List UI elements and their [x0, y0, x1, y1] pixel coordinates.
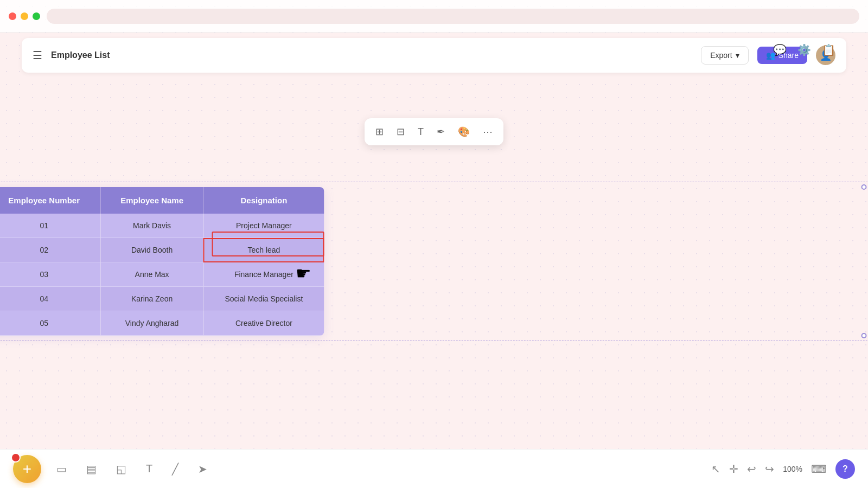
- rectangle-tool[interactable]: ▭: [52, 458, 71, 480]
- export-button[interactable]: Export ▾: [701, 46, 748, 65]
- col-header-designation: Designation: [203, 187, 324, 214]
- line-tool[interactable]: ╱: [168, 458, 183, 480]
- traffic-light-red[interactable]: [9, 12, 16, 20]
- cell-designation[interactable]: Social Media Specialist: [203, 287, 324, 311]
- cell-employee-name[interactable]: Mark Davis: [100, 214, 203, 238]
- arrow-tool[interactable]: ➤: [194, 458, 212, 480]
- cell-employee-number[interactable]: 05: [0, 311, 100, 336]
- header-right-icons: 💬 ⚙️ 📋: [773, 43, 835, 56]
- frame-tool[interactable]: ▤: [82, 458, 101, 480]
- cell-employee-number[interactable]: 03: [0, 262, 100, 287]
- help-button[interactable]: ?: [835, 459, 855, 479]
- add-button[interactable]: +: [13, 455, 41, 483]
- cursor-tool-icon[interactable]: ↖: [711, 463, 720, 476]
- table-row: 01Mark DavisProject Manager: [0, 214, 324, 238]
- bottom-right-tools: ↖ ✛ ↩ ↪ 100% ⌨ ?: [711, 459, 855, 479]
- canvas: Employee Number Employee Name Designatio…: [0, 84, 868, 445]
- cell-designation[interactable]: Project Manager: [203, 214, 324, 238]
- col-header-number: Employee Number: [0, 187, 100, 214]
- top-bar: [0, 0, 868, 33]
- cell-designation[interactable]: Finance Manager: [203, 262, 324, 287]
- text-tool[interactable]: T: [142, 458, 157, 479]
- traffic-light-green[interactable]: [33, 12, 40, 20]
- zoom-label: 100%: [783, 465, 802, 473]
- chat-icon[interactable]: 💬: [773, 43, 787, 56]
- keyboard-icon[interactable]: ⌨: [811, 463, 827, 476]
- export-label: Export: [710, 51, 732, 60]
- cell-designation[interactable]: Creative Director: [203, 311, 324, 336]
- table-container: Employee Number Employee Name Designatio…: [0, 187, 864, 336]
- table-row: 04Karina ZeonSocial Media Specialist: [0, 287, 324, 311]
- export-chevron-icon: ▾: [736, 51, 739, 60]
- cell-employee-name[interactable]: David Booth: [100, 238, 203, 262]
- bottom-toolbar: + ▭ ▤ ◱ T ╱ ➤ ↖ ✛ ↩ ↪ 100% ⌨ ?: [0, 449, 868, 488]
- cell-employee-name[interactable]: Vindy Angharad: [100, 311, 203, 336]
- cell-employee-name[interactable]: Anne Max: [100, 262, 203, 287]
- table-row: 03Anne MaxFinance Manager: [0, 262, 324, 287]
- header-toolbar: ☰ Employee List Export ▾ 👥 Share 👤: [22, 38, 846, 73]
- cell-employee-name[interactable]: Karina Zeon: [100, 287, 203, 311]
- traffic-lights: [9, 12, 40, 20]
- top-search-bar: [47, 9, 859, 24]
- cell-employee-number[interactable]: 01: [0, 214, 100, 238]
- table-row: 05Vindy AngharadCreative Director: [0, 311, 324, 336]
- undo-icon[interactable]: ↩: [747, 463, 756, 476]
- col-header-name: Employee Name: [100, 187, 203, 214]
- document-title: Employee List: [51, 50, 692, 60]
- fab-badge: [11, 453, 21, 463]
- plus-icon: +: [23, 460, 31, 478]
- cell-employee-number[interactable]: 02: [0, 238, 100, 262]
- edit-icon[interactable]: 📋: [822, 43, 835, 56]
- filter-icon[interactable]: ⚙️: [797, 43, 811, 56]
- employee-table: Employee Number Employee Name Designatio…: [0, 187, 324, 336]
- menu-icon[interactable]: ☰: [33, 49, 42, 62]
- cell-designation[interactable]: Tech lead: [203, 238, 324, 262]
- sticky-tool[interactable]: ◱: [112, 458, 131, 480]
- table-row: 02David BoothTech lead: [0, 238, 324, 262]
- redo-icon[interactable]: ↪: [765, 463, 774, 476]
- handle-bottom-right[interactable]: [861, 333, 867, 338]
- table-header-row: Employee Number Employee Name Designatio…: [0, 187, 324, 214]
- traffic-light-yellow[interactable]: [21, 12, 28, 20]
- handle-top-right[interactable]: [861, 184, 867, 190]
- cell-employee-number[interactable]: 04: [0, 287, 100, 311]
- move-tool-icon[interactable]: ✛: [729, 463, 738, 476]
